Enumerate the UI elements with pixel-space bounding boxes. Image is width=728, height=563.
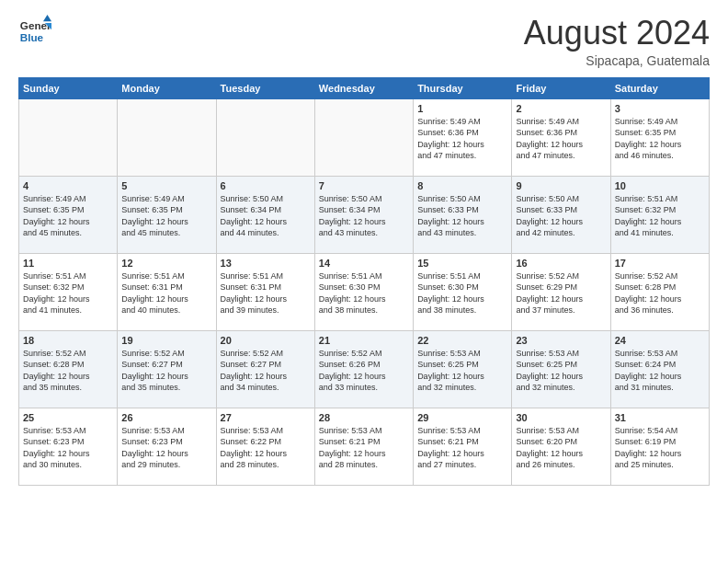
day-info: Sunrise: 5:51 AM Sunset: 6:31 PM Dayligh… — [221, 270, 311, 316]
calendar-cell: 30Sunrise: 5:53 AM Sunset: 6:20 PM Dayli… — [512, 408, 610, 485]
day-number: 14 — [319, 258, 409, 269]
calendar-cell: 17Sunrise: 5:52 AM Sunset: 6:28 PM Dayli… — [610, 253, 709, 330]
day-info: Sunrise: 5:51 AM Sunset: 6:30 PM Dayligh… — [319, 270, 409, 316]
day-number: 25 — [23, 412, 113, 423]
day-number: 6 — [221, 180, 311, 191]
calendar-cell: 16Sunrise: 5:52 AM Sunset: 6:29 PM Dayli… — [512, 253, 610, 330]
calendar-cell: 4Sunrise: 5:49 AM Sunset: 6:35 PM Daylig… — [19, 176, 118, 253]
weekday-header-saturday: Saturday — [610, 77, 709, 98]
day-number: 4 — [23, 180, 113, 191]
calendar: SundayMondayTuesdayWednesdayThursdayFrid… — [18, 77, 710, 486]
location: Sipacapa, Guatemala — [524, 53, 710, 68]
weekday-header-friday: Friday — [512, 77, 610, 98]
day-info: Sunrise: 5:53 AM Sunset: 6:25 PM Dayligh… — [516, 348, 606, 394]
calendar-cell: 24Sunrise: 5:53 AM Sunset: 6:24 PM Dayli… — [610, 330, 709, 408]
weekday-header-monday: Monday — [118, 77, 216, 98]
calendar-cell: 19Sunrise: 5:52 AM Sunset: 6:27 PM Dayli… — [118, 330, 216, 408]
calendar-cell: 11Sunrise: 5:51 AM Sunset: 6:32 PM Dayli… — [19, 253, 118, 330]
week-row-3: 11Sunrise: 5:51 AM Sunset: 6:32 PM Dayli… — [19, 253, 710, 330]
calendar-cell: 28Sunrise: 5:53 AM Sunset: 6:21 PM Dayli… — [314, 408, 413, 485]
day-info: Sunrise: 5:52 AM Sunset: 6:28 PM Dayligh… — [615, 270, 705, 316]
calendar-cell: 1Sunrise: 5:49 AM Sunset: 6:36 PM Daylig… — [414, 98, 512, 176]
day-number: 19 — [121, 335, 211, 346]
day-number: 15 — [417, 258, 507, 269]
day-number: 12 — [121, 258, 211, 269]
day-info: Sunrise: 5:53 AM Sunset: 6:20 PM Dayligh… — [516, 425, 606, 471]
calendar-cell: 21Sunrise: 5:52 AM Sunset: 6:26 PM Dayli… — [314, 330, 413, 408]
day-number: 23 — [516, 335, 606, 346]
day-number: 24 — [615, 335, 705, 346]
week-row-4: 18Sunrise: 5:52 AM Sunset: 6:28 PM Dayli… — [19, 330, 710, 408]
day-info: Sunrise: 5:52 AM Sunset: 6:29 PM Dayligh… — [516, 270, 606, 316]
day-info: Sunrise: 5:51 AM Sunset: 6:31 PM Dayligh… — [121, 270, 211, 316]
day-info: Sunrise: 5:52 AM Sunset: 6:28 PM Dayligh… — [23, 348, 113, 394]
week-row-1: 1Sunrise: 5:49 AM Sunset: 6:36 PM Daylig… — [19, 98, 710, 176]
day-info: Sunrise: 5:53 AM Sunset: 6:25 PM Dayligh… — [417, 348, 507, 394]
calendar-cell: 14Sunrise: 5:51 AM Sunset: 6:30 PM Dayli… — [314, 253, 413, 330]
day-info: Sunrise: 5:53 AM Sunset: 6:21 PM Dayligh… — [417, 425, 507, 471]
svg-marker-2 — [43, 15, 51, 21]
day-info: Sunrise: 5:50 AM Sunset: 6:34 PM Dayligh… — [319, 193, 409, 239]
day-number: 31 — [615, 412, 705, 423]
day-number: 7 — [319, 180, 409, 191]
day-number: 11 — [23, 258, 113, 269]
calendar-cell: 18Sunrise: 5:52 AM Sunset: 6:28 PM Dayli… — [19, 330, 118, 408]
day-number: 21 — [319, 335, 409, 346]
calendar-cell: 8Sunrise: 5:50 AM Sunset: 6:33 PM Daylig… — [414, 176, 512, 253]
calendar-cell: 9Sunrise: 5:50 AM Sunset: 6:33 PM Daylig… — [512, 176, 610, 253]
calendar-cell: 26Sunrise: 5:53 AM Sunset: 6:23 PM Dayli… — [118, 408, 216, 485]
logo: General Blue — [18, 15, 51, 48]
day-info: Sunrise: 5:51 AM Sunset: 6:32 PM Dayligh… — [615, 193, 705, 239]
week-row-5: 25Sunrise: 5:53 AM Sunset: 6:23 PM Dayli… — [19, 408, 710, 485]
day-info: Sunrise: 5:53 AM Sunset: 6:23 PM Dayligh… — [23, 425, 113, 471]
weekday-header-row: SundayMondayTuesdayWednesdayThursdayFrid… — [19, 77, 710, 98]
day-info: Sunrise: 5:52 AM Sunset: 6:26 PM Dayligh… — [319, 348, 409, 394]
calendar-cell: 5Sunrise: 5:49 AM Sunset: 6:35 PM Daylig… — [118, 176, 216, 253]
day-info: Sunrise: 5:53 AM Sunset: 6:21 PM Dayligh… — [319, 425, 409, 471]
header: General Blue August 2024 Sipacapa, Guate… — [18, 15, 710, 68]
calendar-cell — [216, 98, 314, 176]
day-info: Sunrise: 5:49 AM Sunset: 6:35 PM Dayligh… — [23, 193, 113, 239]
day-number: 20 — [221, 335, 311, 346]
calendar-cell: 31Sunrise: 5:54 AM Sunset: 6:19 PM Dayli… — [610, 408, 709, 485]
title-block: August 2024 Sipacapa, Guatemala — [524, 15, 710, 68]
day-number: 9 — [516, 180, 606, 191]
calendar-cell: 10Sunrise: 5:51 AM Sunset: 6:32 PM Dayli… — [610, 176, 709, 253]
day-number: 18 — [23, 335, 113, 346]
calendar-cell — [118, 98, 216, 176]
calendar-cell: 13Sunrise: 5:51 AM Sunset: 6:31 PM Dayli… — [216, 253, 314, 330]
calendar-cell — [314, 98, 413, 176]
day-info: Sunrise: 5:50 AM Sunset: 6:34 PM Dayligh… — [221, 193, 311, 239]
day-number: 10 — [615, 180, 705, 191]
weekday-header-thursday: Thursday — [414, 77, 512, 98]
day-number: 16 — [516, 258, 606, 269]
day-number: 13 — [221, 258, 311, 269]
page: General Blue August 2024 Sipacapa, Guate… — [0, 0, 728, 563]
day-number: 5 — [121, 180, 211, 191]
weekday-header-sunday: Sunday — [19, 77, 118, 98]
day-info: Sunrise: 5:52 AM Sunset: 6:27 PM Dayligh… — [221, 348, 311, 394]
day-number: 27 — [221, 412, 311, 423]
calendar-cell: 25Sunrise: 5:53 AM Sunset: 6:23 PM Dayli… — [19, 408, 118, 485]
day-number: 8 — [417, 180, 507, 191]
calendar-cell: 2Sunrise: 5:49 AM Sunset: 6:36 PM Daylig… — [512, 98, 610, 176]
calendar-cell — [19, 98, 118, 176]
month-year: August 2024 — [524, 15, 710, 52]
day-info: Sunrise: 5:49 AM Sunset: 6:36 PM Dayligh… — [516, 116, 606, 162]
calendar-cell: 7Sunrise: 5:50 AM Sunset: 6:34 PM Daylig… — [314, 176, 413, 253]
day-info: Sunrise: 5:53 AM Sunset: 6:24 PM Dayligh… — [615, 348, 705, 394]
calendar-cell: 15Sunrise: 5:51 AM Sunset: 6:30 PM Dayli… — [414, 253, 512, 330]
day-info: Sunrise: 5:54 AM Sunset: 6:19 PM Dayligh… — [615, 425, 705, 471]
calendar-cell: 23Sunrise: 5:53 AM Sunset: 6:25 PM Dayli… — [512, 330, 610, 408]
weekday-header-tuesday: Tuesday — [216, 77, 314, 98]
day-info: Sunrise: 5:50 AM Sunset: 6:33 PM Dayligh… — [516, 193, 606, 239]
calendar-cell: 3Sunrise: 5:49 AM Sunset: 6:35 PM Daylig… — [610, 98, 709, 176]
day-info: Sunrise: 5:51 AM Sunset: 6:32 PM Dayligh… — [23, 270, 113, 316]
day-info: Sunrise: 5:51 AM Sunset: 6:30 PM Dayligh… — [417, 270, 507, 316]
day-number: 28 — [319, 412, 409, 423]
day-number: 17 — [615, 258, 705, 269]
calendar-cell: 29Sunrise: 5:53 AM Sunset: 6:21 PM Dayli… — [414, 408, 512, 485]
day-number: 22 — [417, 335, 507, 346]
calendar-cell: 27Sunrise: 5:53 AM Sunset: 6:22 PM Dayli… — [216, 408, 314, 485]
calendar-cell: 6Sunrise: 5:50 AM Sunset: 6:34 PM Daylig… — [216, 176, 314, 253]
